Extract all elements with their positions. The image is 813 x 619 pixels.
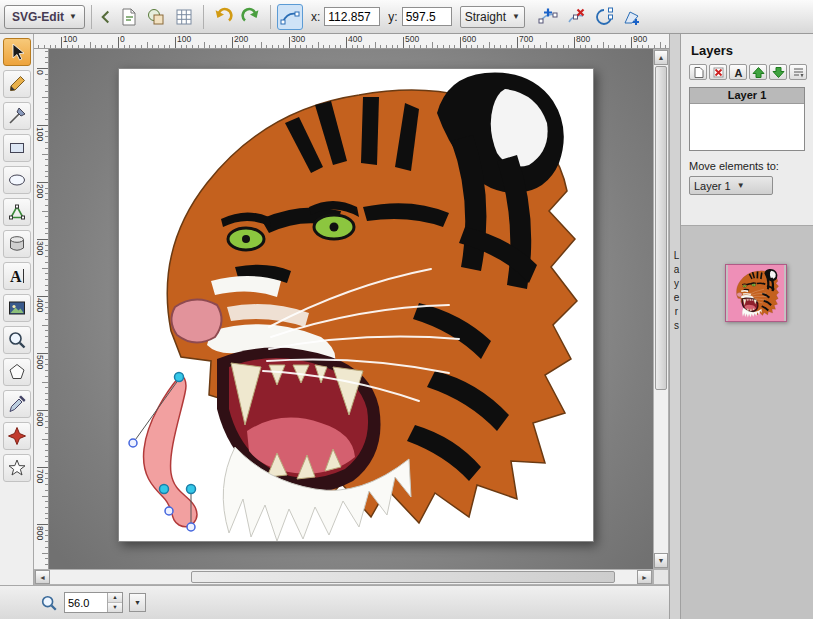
- eyedropper-icon: [7, 394, 27, 414]
- path-node[interactable]: [175, 373, 184, 382]
- path-node[interactable]: [187, 485, 196, 494]
- layer-row-selected[interactable]: Layer 1: [690, 88, 804, 104]
- svg-edit-app: SVG-Edit ▼: [0, 0, 813, 619]
- new-layer-button[interactable]: [689, 64, 707, 80]
- raise-layer-button[interactable]: [749, 64, 767, 80]
- zoom-tool[interactable]: [3, 326, 31, 354]
- open-path-icon: [594, 7, 614, 27]
- undo-button[interactable]: [210, 4, 236, 30]
- grid-button[interactable]: [171, 4, 197, 30]
- image-icon: [7, 298, 27, 318]
- zoom-spinner[interactable]: ▲ ▼: [64, 592, 123, 613]
- layers-panel-title: Layers: [681, 34, 813, 64]
- shapes-icon: [146, 7, 166, 27]
- scroll-right-button[interactable]: ►: [637, 570, 652, 584]
- toolbar-separator: [203, 5, 204, 29]
- x-input[interactable]: [324, 7, 380, 26]
- lower-layer-button[interactable]: [769, 64, 787, 80]
- add-subpath-button[interactable]: [619, 4, 645, 30]
- canvas-viewport[interactable]: [49, 49, 653, 569]
- ornament-shape-tool[interactable]: [3, 422, 31, 450]
- rectangle-tool[interactable]: [3, 134, 31, 162]
- top-toolbar: SVG-Edit ▼: [0, 0, 813, 34]
- add-node-button[interactable]: [535, 4, 561, 30]
- shapes-button[interactable]: [143, 4, 169, 30]
- svg-text:A: A: [734, 66, 742, 78]
- shape-library-tool[interactable]: [3, 230, 31, 258]
- image-tool[interactable]: [3, 294, 31, 322]
- scrollbar-corner: [653, 569, 669, 585]
- control-point-handle[interactable]: [187, 523, 195, 531]
- svg-canvas[interactable]: [118, 68, 594, 542]
- raise-layer-icon: [752, 66, 765, 79]
- horizontal-scrollbar[interactable]: ◄ ►: [34, 569, 653, 585]
- layer-buttons-row: A: [689, 64, 813, 80]
- delete-node-icon: [566, 7, 586, 27]
- zoom-magnifier-icon: [40, 594, 58, 612]
- delete-layer-icon: [712, 66, 725, 79]
- new-layer-icon: [692, 66, 705, 79]
- pencil-tool[interactable]: [3, 70, 31, 98]
- tiger-thumbnail[interactable]: [725, 264, 787, 322]
- select-tool[interactable]: [3, 38, 31, 66]
- move-elements-label: Move elements to:: [689, 160, 813, 172]
- document-icon: [118, 7, 138, 27]
- path-tool[interactable]: [3, 198, 31, 226]
- collapse-toolbar-button[interactable]: [98, 4, 113, 30]
- scroll-down-button[interactable]: ▼: [654, 553, 668, 568]
- eyedropper-tool[interactable]: [3, 390, 31, 418]
- chevron-down-icon: ▼: [512, 12, 520, 21]
- rename-layer-icon: A: [732, 66, 745, 79]
- y-input[interactable]: [402, 7, 452, 26]
- layers-panel-toggle[interactable]: Layers: [669, 34, 681, 619]
- control-point-handle[interactable]: [129, 439, 137, 447]
- path-edit-overlay[interactable]: [129, 373, 197, 532]
- layers-panel-lower-area: [681, 226, 813, 618]
- path-node[interactable]: [160, 485, 169, 494]
- magnifier-icon: [7, 330, 27, 350]
- move-target-value: Layer 1: [694, 180, 731, 192]
- pentagon-icon: [7, 362, 27, 382]
- link-control-points-button[interactable]: [277, 4, 303, 30]
- delete-layer-button[interactable]: [709, 64, 727, 80]
- delete-node-button[interactable]: [563, 4, 589, 30]
- line-tool[interactable]: [3, 102, 31, 130]
- zoom-steppers: ▲ ▼: [107, 593, 122, 612]
- merge-layer-button[interactable]: [789, 64, 807, 80]
- edited-path-shape[interactable]: [144, 376, 197, 527]
- tiger-artwork[interactable]: [167, 73, 577, 541]
- y-label: y:: [388, 10, 397, 24]
- star-icon: [7, 458, 27, 478]
- zoom-step-down-button[interactable]: ▼: [108, 602, 122, 612]
- tiger-thumbnail-image: [726, 265, 786, 321]
- ellipse-tool[interactable]: [3, 166, 31, 194]
- scroll-up-button[interactable]: ▲: [654, 50, 668, 65]
- document-button[interactable]: [115, 4, 141, 30]
- add-subpath-icon: [622, 7, 642, 27]
- segment-type-value: Straight: [465, 10, 506, 24]
- open-path-button[interactable]: [591, 4, 617, 30]
- segment-type-select[interactable]: Straight ▼: [460, 6, 525, 28]
- vertical-scroll-thumb[interactable]: [655, 66, 667, 390]
- select-arrow-icon: [7, 42, 27, 62]
- polygon-tool[interactable]: [3, 358, 31, 386]
- logo-label: SVG-Edit: [12, 10, 64, 24]
- text-tool[interactable]: A: [3, 262, 31, 290]
- zoom-preset-dropdown-button[interactable]: ▼: [129, 593, 146, 612]
- horizontal-ruler: 1000100200300400500600700800900: [34, 34, 669, 49]
- zoom-step-up-button[interactable]: ▲: [108, 593, 122, 602]
- star-tool[interactable]: [3, 454, 31, 482]
- main-menu-button[interactable]: SVG-Edit ▼: [4, 5, 85, 29]
- rectangle-icon: [7, 138, 27, 158]
- status-bar: ▲ ▼ ▼: [0, 585, 669, 619]
- zoom-input[interactable]: [65, 593, 107, 612]
- control-point-handle[interactable]: [165, 507, 173, 515]
- horizontal-scroll-thumb[interactable]: [191, 571, 615, 583]
- redo-button[interactable]: [238, 4, 264, 30]
- rename-layer-button[interactable]: A: [729, 64, 747, 80]
- move-target-select[interactable]: Layer 1 ▼: [689, 176, 773, 195]
- scroll-left-button[interactable]: ◄: [35, 570, 50, 584]
- x-label: x:: [311, 10, 320, 24]
- layer-list-body[interactable]: [690, 104, 804, 150]
- vertical-scrollbar[interactable]: ▲ ▼: [653, 49, 669, 569]
